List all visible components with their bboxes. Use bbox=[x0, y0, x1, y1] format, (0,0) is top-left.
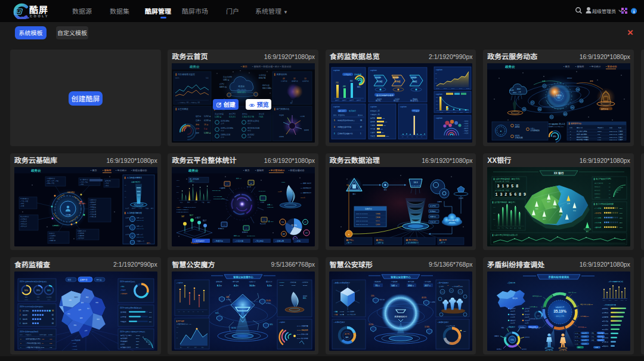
svg-text:▪ 资源类型统计: ▪ 资源类型统计 bbox=[334, 320, 345, 323]
svg-text:周五: 周五 bbox=[194, 347, 197, 348]
svg-text:▪ 化妆品类: ▪ 化妆品类 bbox=[120, 292, 128, 295]
svg-text:时间: 时间 bbox=[618, 126, 622, 129]
svg-text:99.1.2↑: 99.1.2↑ bbox=[394, 100, 400, 102]
svg-text:1388: 1388 bbox=[136, 340, 140, 343]
svg-text:200: 200 bbox=[436, 100, 439, 102]
svg-text:▪ 安全体系: ▪ 安全体系 bbox=[255, 240, 264, 242]
svg-text:19078: 19078 bbox=[280, 284, 284, 286]
svg-text:不动产权属 829: 不动产权属 829 bbox=[529, 306, 538, 308]
svg-text:42.7%: 42.7% bbox=[345, 333, 349, 335]
svg-text:72,1371,293: 72,1371,293 bbox=[247, 235, 255, 237]
svg-text:计算: 计算 bbox=[304, 221, 306, 223]
svg-text:周三: 周三 bbox=[187, 347, 190, 348]
svg-text:邻里纠纷: 邻里纠纷 bbox=[525, 337, 530, 338]
svg-text:▪ 数据云资源使用统计: ▪ 数据云资源使用统计 bbox=[334, 281, 350, 283]
svg-text:▪ 区域分布: ▪ 区域分布 bbox=[507, 282, 515, 284]
svg-text:合同纠纷: 合同纠纷 bbox=[522, 348, 527, 350]
svg-text:数据库备份服务: 数据库备份服务 bbox=[577, 133, 587, 135]
svg-text:药品类: 药品类 bbox=[120, 343, 125, 345]
svg-text:86%: 86% bbox=[357, 86, 361, 88]
svg-text:30%: 30% bbox=[270, 323, 273, 326]
svg-text:矛盾纠纷排查调处: 矛盾纠纷排查调处 bbox=[547, 275, 569, 279]
svg-text:▪ 地名地址: ▪ 地名地址 bbox=[78, 237, 85, 239]
svg-text:caption: caption bbox=[436, 116, 442, 119]
svg-text:1,084: 1,084 bbox=[597, 138, 602, 141]
svg-text:— 其他类: — 其他类 bbox=[463, 132, 469, 134]
svg-text:千市县协同稽查执法组: 千市县协同稽查执法组 bbox=[26, 342, 41, 344]
svg-text:标准规范 ▪: 标准规范 ▪ bbox=[52, 224, 60, 227]
svg-text:▪: ▪ bbox=[227, 183, 227, 186]
svg-text:▌: ▌ bbox=[125, 176, 126, 179]
svg-text:▪ caption: ▪ caption bbox=[177, 281, 183, 283]
svg-text:警务: 警务 bbox=[346, 335, 349, 338]
svg-text:35.19%: 35.19% bbox=[553, 308, 566, 314]
svg-text:审批: 审批 bbox=[538, 109, 541, 110]
svg-text:▌ 案件趋势: ▌ 案件趋势 bbox=[177, 320, 184, 322]
svg-text:36-45: 36-45 bbox=[575, 339, 578, 341]
svg-text:816: 816 bbox=[383, 124, 386, 126]
svg-text:2019年案件类型占比: 2019年案件类型占比 bbox=[120, 280, 135, 282]
svg-text:2018: 2018 bbox=[615, 300, 617, 301]
svg-text:138: 138 bbox=[42, 346, 45, 348]
svg-text:数据: 数据 bbox=[564, 113, 566, 115]
svg-text:● 621494804 条: ● 621494804 条 bbox=[406, 242, 419, 244]
svg-text:▪ 告警: ▪ 告警 bbox=[334, 313, 338, 316]
svg-text:▪ 类型: ▪ 类型 bbox=[80, 183, 84, 186]
svg-text:▌ 最新服务动态: ▌ 最新服务动态 bbox=[569, 122, 581, 125]
svg-text:接入: 接入 bbox=[352, 193, 356, 195]
svg-text:▪ 按日: ▪ 按日 bbox=[105, 184, 109, 187]
svg-text:云服务: 云服务 bbox=[556, 94, 562, 97]
svg-text:湘西: 湘西 bbox=[69, 298, 72, 301]
svg-text:三亚: 三亚 bbox=[543, 218, 546, 220]
svg-text:▪ 运维保障: ▪ 运维保障 bbox=[275, 240, 284, 242]
svg-text:2020: 2020 bbox=[621, 300, 623, 301]
svg-text:▌▌ 库总量: ▌▌ 库总量 bbox=[346, 239, 354, 241]
svg-text:▪ 用户规模统计: ▪ 用户规模统计 bbox=[438, 281, 449, 283]
svg-text:■ 医疗纠纷: ■ 医疗纠纷 bbox=[602, 337, 608, 339]
svg-text:18-25: 18-25 bbox=[575, 332, 578, 334]
svg-text:▪ 纠纷类型排行榜: ▪ 纠纷类型排行榜 bbox=[604, 304, 616, 306]
svg-text:排名: 排名 bbox=[333, 114, 337, 116]
svg-text:26-35: 26-35 bbox=[575, 335, 578, 338]
svg-text:▪ 基础库: ▪ 基础库 bbox=[575, 64, 584, 68]
svg-text:重点品种抽检合格率: 重点品种抽检合格率 bbox=[376, 94, 394, 97]
svg-text:资源使用: 资源使用 bbox=[292, 227, 297, 230]
svg-text:▪ 平台统计: ▪ 平台统计 bbox=[116, 168, 127, 172]
svg-text:STANDARD 库: STANDARD 库 bbox=[411, 184, 420, 187]
svg-text:18.3: 18.3 bbox=[414, 181, 418, 184]
svg-text:▪ 水域: ▪ 水域 bbox=[20, 205, 24, 207]
svg-text:2021-10-17: 2021-10-17 bbox=[609, 138, 617, 141]
svg-text:序号: 序号 bbox=[569, 126, 573, 129]
svg-text:908: 908 bbox=[597, 133, 600, 135]
svg-text:卫健委 3.4万: 卫健委 3.4万 bbox=[137, 240, 145, 242]
svg-text:政务云: 政务云 bbox=[505, 64, 515, 69]
svg-text:琼中: 琼中 bbox=[573, 209, 577, 212]
svg-text:统计: 96: 统计: 96 bbox=[236, 177, 242, 180]
svg-text:株洲: 株洲 bbox=[97, 318, 100, 320]
svg-text:1.2 亿: 1.2 亿 bbox=[278, 190, 282, 193]
svg-text:13283: 13283 bbox=[24, 298, 28, 300]
svg-text:2021-10-18 09:13: 2021-10-18 09:13 bbox=[356, 223, 368, 226]
svg-text:▪ 平台整体统计: ▪ 平台整体统计 bbox=[269, 168, 285, 172]
svg-text:日常检查: 日常检查 bbox=[120, 316, 126, 318]
svg-text:127: 127 bbox=[42, 338, 45, 340]
svg-text:| 执法办案: | 执法办案 bbox=[290, 281, 296, 283]
svg-text:▌ 网点产能排行TOP5: ▌ 网点产能排行TOP5 bbox=[594, 178, 611, 180]
svg-text:抽检4: 抽检4 bbox=[357, 99, 361, 101]
svg-text:抽检2: 抽检2 bbox=[342, 99, 346, 101]
svg-text:▪ 红黑名单: ▪ 红黑名单 bbox=[49, 239, 56, 242]
svg-text:政务应用上云服务: 政务应用上云服务 bbox=[577, 138, 589, 141]
svg-text:▪ 调处统计: ▪ 调处统计 bbox=[507, 326, 515, 328]
svg-text:益阳: 益阳 bbox=[78, 308, 81, 311]
svg-text:≡: ≡ bbox=[132, 235, 133, 237]
svg-text:◔ 在逃人员: ◔ 在逃人员 bbox=[248, 280, 256, 283]
svg-text:2019年现场检查处罚情况: 2019年现场检查处罚情况 bbox=[20, 330, 39, 332]
svg-text:■ 合同纠纷: ■ 合同纠纷 bbox=[602, 325, 608, 326]
svg-text:2021-10-18: 2021-10-18 bbox=[137, 219, 144, 221]
svg-text:发布: 发布 bbox=[590, 80, 593, 82]
svg-text:生产经营类 871: 生产经营类 871 bbox=[580, 316, 589, 317]
svg-text:2013: 2013 bbox=[436, 87, 439, 90]
svg-text:948: 948 bbox=[385, 121, 388, 123]
svg-text:48.3%: 48.3% bbox=[422, 297, 426, 299]
svg-text:▪: ▪ bbox=[132, 227, 132, 229]
